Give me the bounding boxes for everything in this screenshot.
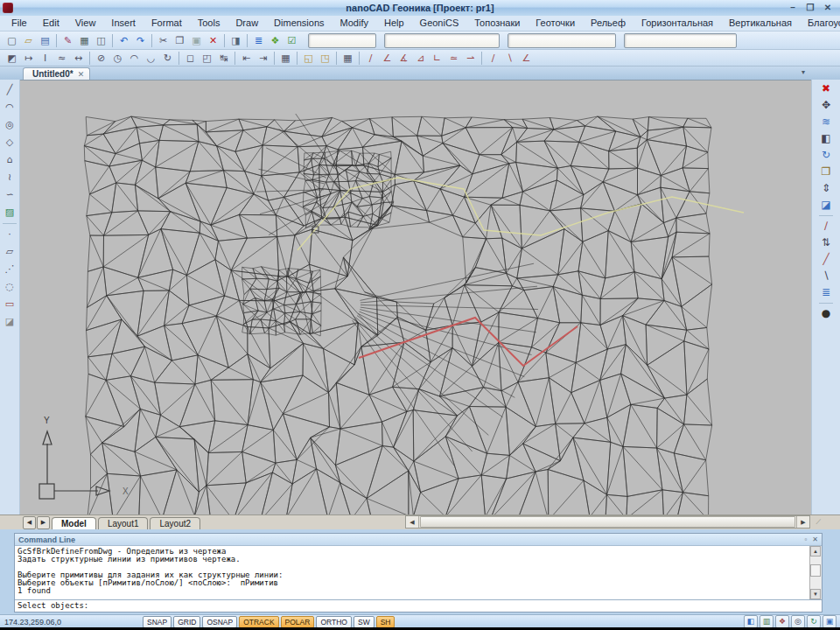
fit-vertical-icon[interactable]: ⇕: [817, 180, 835, 197]
snap-midpoint-icon[interactable]: ↔: [70, 51, 87, 66]
regen-icon[interactable]: ↻: [817, 147, 835, 164]
cut-icon[interactable]: ✂: [155, 33, 172, 48]
menu-item-view[interactable]: View: [67, 16, 104, 31]
copy-view-icon[interactable]: ❐: [817, 164, 835, 180]
command-close-icon[interactable]: ✕: [812, 536, 818, 543]
snap-tangent-icon[interactable]: ◠: [126, 51, 143, 66]
grid-table-icon[interactable]: ▦: [277, 51, 294, 66]
status-toggle-sh[interactable]: SH: [376, 616, 396, 628]
close-drawing-icon[interactable]: ✖: [817, 80, 835, 97]
scroll-left-icon[interactable]: ◀: [406, 516, 419, 528]
status-toggle-sw[interactable]: SW: [354, 616, 374, 628]
snap-from-icon[interactable]: ↦: [20, 51, 37, 66]
draw-region-icon[interactable]: ▱: [1, 243, 18, 261]
grade-back-icon[interactable]: ∖: [817, 268, 835, 284]
status-toggle-snap[interactable]: SNAP: [143, 616, 172, 628]
menu-item-file[interactable]: File: [4, 16, 35, 31]
toolbar-input-field-1[interactable]: [308, 33, 376, 48]
menu-item-format[interactable]: Format: [144, 16, 190, 31]
menu-item-горизонтальная[interactable]: Горизонтальная: [634, 16, 721, 31]
command-prompt[interactable]: Select objects:: [15, 599, 822, 612]
block-edit-icon[interactable]: ◳: [317, 51, 333, 66]
draw-spline-icon[interactable]: ∽: [1, 186, 18, 204]
structure-polyline-yellow[interactable]: [298, 178, 744, 250]
block-insert-icon[interactable]: ◱: [300, 51, 317, 66]
dim-ordinate-icon[interactable]: ∟: [429, 51, 445, 66]
menu-item-tools[interactable]: Tools: [190, 16, 228, 31]
menu-item-топознаки[interactable]: Топознаки: [466, 16, 528, 31]
surface-stack-icon[interactable]: ≣: [817, 284, 835, 301]
dim-radius-icon[interactable]: ⊿: [412, 51, 429, 66]
minimize-button[interactable]: –: [786, 3, 800, 14]
dim-linear-icon[interactable]: ∕: [362, 51, 379, 66]
snap-settings-icon[interactable]: ◩: [4, 51, 20, 66]
draw-line-icon[interactable]: ╱: [1, 81, 18, 99]
draw-rectangle-icon[interactable]: ▭: [1, 296, 18, 313]
slope-back-icon[interactable]: ∖: [501, 51, 518, 66]
redo-icon[interactable]: ↷: [132, 33, 149, 48]
zoom-window-icon[interactable]: ◧: [817, 130, 835, 147]
snap-arc-icon[interactable]: ◡: [143, 51, 159, 66]
fullscreen-icon[interactable]: ▣: [822, 615, 836, 628]
find-icon[interactable]: ◎: [791, 615, 805, 628]
horizontal-scrollbar[interactable]: ◀ ▶: [405, 515, 810, 528]
properties-icon[interactable]: ◨: [228, 33, 244, 48]
restore-button[interactable]: ❐: [803, 3, 817, 14]
slope-line-icon[interactable]: ∕: [485, 51, 501, 66]
status-toggle-otrack[interactable]: OTRACK: [239, 616, 278, 628]
document-tab[interactable]: Untitled0* ✕: [23, 67, 90, 80]
drawing-check-icon[interactable]: ☑: [284, 33, 300, 48]
command-history-area[interactable]: GcSfBrkDefineFromDwg - Определить из чер…: [15, 546, 822, 599]
draw-circle-icon[interactable]: ◎: [1, 116, 18, 134]
menu-item-вертикальная[interactable]: Вертикальная: [721, 16, 800, 31]
draw-revcloud-icon[interactable]: ◇: [1, 134, 18, 151]
zoom-dynamic-icon[interactable]: ≋: [817, 114, 835, 130]
layer-states-icon[interactable]: ❖: [267, 33, 284, 48]
menu-item-help[interactable]: Help: [376, 16, 412, 31]
snap-endpoint-icon[interactable]: I: [37, 51, 53, 66]
pin-icon[interactable]: ▫: [804, 536, 807, 543]
command-scrollbar-thumb[interactable]: [810, 564, 821, 577]
menu-item-geonics[interactable]: GeoniCS: [412, 16, 467, 31]
dim-aligned-icon[interactable]: ∠: [379, 51, 396, 66]
snap-quadrant-icon[interactable]: ◷: [109, 51, 126, 66]
pan-icon[interactable]: ✥: [817, 97, 835, 114]
paste-icon[interactable]: ▣: [188, 33, 205, 48]
slope-angle-icon[interactable]: ∠: [518, 51, 535, 66]
menu-item-draw[interactable]: Draw: [228, 16, 266, 31]
menu-item-рельеф[interactable]: Рельеф: [583, 16, 634, 31]
toolbar-input-field-4[interactable]: [624, 33, 737, 48]
draw-arc-icon[interactable]: ◠: [1, 99, 18, 116]
copy-icon[interactable]: ❐: [172, 33, 188, 48]
tab-scroll-icon[interactable]: ▾: [802, 68, 805, 76]
render-sphere-icon[interactable]: ●: [817, 305, 835, 322]
draw-ellipse-icon[interactable]: ◌: [1, 278, 18, 296]
menu-item-геоточки[interactable]: Геоточки: [528, 16, 583, 31]
layout-nav-left-button[interactable]: ◀: [23, 516, 36, 529]
status-toggle-ortho[interactable]: ORTHO: [316, 616, 352, 628]
snap-rotate-icon[interactable]: ↻: [159, 51, 176, 66]
menu-item-insert[interactable]: Insert: [103, 16, 144, 31]
track-left-icon[interactable]: ⇤: [238, 51, 255, 66]
select-window-icon[interactable]: ◻: [182, 51, 199, 66]
scroll-down-icon[interactable]: ▼: [810, 589, 821, 599]
new-file-icon[interactable]: ▢: [4, 33, 20, 48]
document-tab-close-icon[interactable]: ✕: [78, 68, 85, 80]
layers-icon[interactable]: ≣: [250, 33, 267, 48]
dim-angle-icon[interactable]: ∡: [396, 51, 412, 66]
snap-nearest-icon[interactable]: ≈: [53, 51, 70, 66]
select-crossing-icon[interactable]: ◰: [199, 51, 215, 66]
toolbar-input-field-2[interactable]: [384, 33, 500, 48]
layout-tab-layout2[interactable]: Layout2: [150, 517, 200, 530]
command-line-header[interactable]: Command Line ▫ ✕: [15, 534, 822, 546]
draw-polyline-icon[interactable]: ≀: [1, 169, 18, 186]
layout-tab-layout1[interactable]: Layout1: [98, 517, 149, 530]
track-right-icon[interactable]: ⇥: [255, 51, 271, 66]
menu-item-dimensions[interactable]: Dimensions: [266, 16, 332, 31]
slope-hatch-icon[interactable]: ◪: [817, 197, 835, 214]
status-toggle-grid[interactable]: GRID: [173, 616, 200, 628]
toolbar-input-field-3[interactable]: [508, 33, 616, 48]
table-style-icon[interactable]: ▦: [340, 51, 356, 66]
print-preview-icon[interactable]: ◫: [93, 33, 109, 48]
status-toggle-osnap[interactable]: OSNAP: [202, 616, 237, 628]
